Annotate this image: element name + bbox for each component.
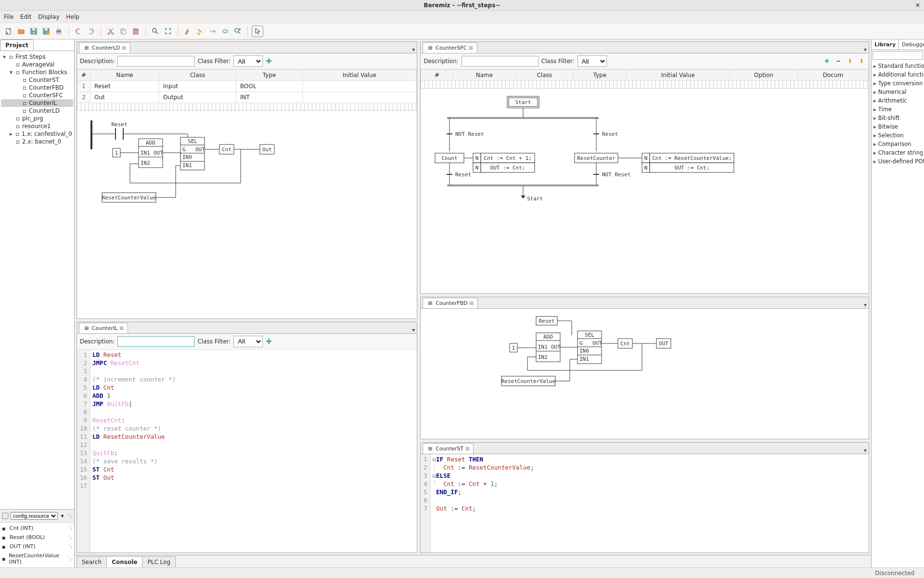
tab-search[interactable]: Search	[77, 556, 107, 567]
down-button[interactable]: ⬇	[857, 57, 866, 66]
cursor-button[interactable]	[252, 26, 263, 37]
tree-item-2-x--bacnet-0[interactable]: ▫2.x: bacnet_0	[1, 138, 73, 145]
sfc-diagram[interactable]: Start NOT Reset Count N	[421, 81, 869, 293]
library-item[interactable]: ▸User-defined POU	[872, 157, 924, 166]
variable-table-sfc[interactable]: #NameClassTypeInitial ValueOptionDocum	[421, 69, 869, 81]
ld-diagram[interactable]: Reset 1 ADD IN1	[77, 103, 417, 318]
transfer-button[interactable]	[207, 26, 218, 37]
tree-item-function-blocks[interactable]: ▾▫Function Blocks	[1, 68, 73, 76]
var-item[interactable]: ▪Cnt (INT)ᵔᵥ	[0, 524, 74, 533]
up-button[interactable]: ⬆	[846, 57, 854, 66]
class-filter-select[interactable]: All	[233, 336, 263, 347]
library-item[interactable]: ▸Character string	[872, 148, 924, 157]
tab-counterld[interactable]: ⊞ CounterLD ⊠	[79, 42, 130, 53]
open-button[interactable]	[15, 26, 27, 37]
menu-display[interactable]: Display	[38, 13, 59, 20]
tab-counterst[interactable]: ⊞ CounterST ⊠	[423, 443, 474, 454]
var-panel-dropdown[interactable]: ▾	[60, 512, 65, 520]
tree-item-counterfbd[interactable]: ▫CounterFBD	[1, 84, 73, 92]
library-item[interactable]: ▸Additional function	[872, 70, 924, 79]
tab-counteril[interactable]: ⊞ CounterIL ⊠	[79, 323, 128, 333]
inspect-button[interactable]	[232, 26, 244, 37]
tab-countersfc[interactable]: ⊞ CounterSFC ⊠	[423, 42, 477, 53]
fbd-diagram[interactable]: Reset 1 ADD IN1 OUT IN2	[421, 309, 869, 439]
window-close-button[interactable]: ✕	[915, 2, 920, 9]
tree-item-counterld[interactable]: ▫CounterLD	[1, 107, 73, 115]
var-item[interactable]: ▪Reset (BOOL)ᵔᵥ	[0, 533, 74, 542]
resource-selector[interactable]: config.resource	[11, 512, 58, 520]
tree-item-averageval[interactable]: ▫AverageVal	[1, 61, 73, 68]
save-button[interactable]	[28, 26, 39, 37]
library-item[interactable]: ▸Selection	[872, 131, 924, 140]
tree-item-resource1[interactable]: ▫resource1	[1, 122, 73, 130]
variable-table[interactable]: #NameClassTypeInitial Value 1ResetInputB…	[77, 69, 417, 103]
paste-button[interactable]	[130, 26, 141, 37]
menu-file[interactable]: File	[4, 13, 13, 20]
svg-text:G: G	[579, 340, 583, 346]
svg-text:N: N	[644, 165, 648, 171]
st-code-editor[interactable]: 1234567 ⊟IF Reset THEN │ Cnt := ResetCou…	[421, 454, 869, 552]
tab-counterfbd[interactable]: ⊞ CounterFBD ⊠	[423, 298, 478, 308]
class-filter-select[interactable]: All	[233, 55, 263, 67]
tab-debugger[interactable]: Debugger	[899, 39, 924, 50]
tab-menu-dropdown[interactable]: ▾	[864, 447, 867, 454]
tab-console[interactable]: Console	[106, 556, 142, 567]
library-item[interactable]: ▸Time	[872, 105, 924, 114]
library-item[interactable]: ▸Type conversion	[872, 79, 924, 88]
description-input[interactable]	[117, 336, 194, 347]
tab-plclog[interactable]: PLC Log	[142, 556, 176, 567]
tab-menu-dropdown[interactable]: ▾	[412, 46, 415, 53]
search-icon[interactable]	[150, 26, 161, 37]
fullscreen-button[interactable]	[162, 26, 174, 37]
tab-library[interactable]: Library	[872, 39, 899, 50]
menu-help[interactable]: Help	[66, 13, 79, 20]
redo-button[interactable]	[85, 26, 97, 37]
add-button[interactable]: ✚	[822, 57, 831, 66]
var-item[interactable]: ▪ResetCounterValue (INT)ᵔᵥ	[0, 551, 74, 566]
remove-button[interactable]: ━	[834, 57, 843, 66]
project-tree[interactable]: ▾▫First Steps▫AverageVal▾▫Function Block…	[0, 51, 74, 509]
menu-edit[interactable]: Edit	[20, 13, 31, 20]
clean-button[interactable]	[194, 26, 206, 37]
library-item[interactable]: ▸Arithmetic	[872, 96, 924, 105]
library-item[interactable]: ▸Numerical	[872, 88, 924, 96]
tree-item-1-x--canfestival-0[interactable]: ▸▫1.x: canfestival_0	[1, 130, 73, 138]
svg-text:Cnt := Cnt + 1;: Cnt := Cnt + 1;	[484, 155, 532, 161]
var-item[interactable]: ▪OUT (INT)ᵔᵥ	[0, 542, 74, 551]
new-button[interactable]	[3, 26, 14, 37]
var-panel-debug[interactable]: ᵔᵥ	[67, 512, 72, 520]
description-input[interactable]	[462, 56, 539, 66]
close-tab-counteril[interactable]: ⊠	[119, 326, 123, 331]
close-tab-counterfbd[interactable]: ⊠	[470, 301, 474, 306]
build-button[interactable]	[182, 26, 193, 37]
print-button[interactable]	[53, 26, 64, 37]
close-tab-counterld[interactable]: ⊠	[122, 45, 126, 51]
tab-menu-dropdown[interactable]: ▾	[412, 327, 415, 333]
tree-item-counteril[interactable]: ▫CounterIL	[1, 99, 73, 107]
library-item[interactable]: ▸Comparison	[872, 140, 924, 148]
undo-button[interactable]	[73, 26, 84, 37]
tree-item-countersfc[interactable]: ▫CounterSFC	[1, 92, 73, 99]
add-variable-button[interactable]: ✚	[266, 337, 274, 346]
editor-counterld: ⊞ CounterLD ⊠ ▾ Description: Class Filte…	[77, 41, 417, 319]
library-item[interactable]: ▸Bit-shift	[872, 114, 924, 122]
class-filter-select[interactable]: All	[578, 55, 607, 67]
connect-button[interactable]	[219, 26, 231, 37]
tree-item-counterst[interactable]: ▫CounterST	[1, 76, 73, 84]
description-input[interactable]	[117, 56, 194, 66]
tree-item-first-steps[interactable]: ▾▫First Steps	[1, 53, 73, 61]
saveas-button[interactable]	[40, 26, 52, 37]
library-item[interactable]: ▸Standard function	[872, 62, 924, 70]
il-code-editor[interactable]: 1234567891011121314151617 LD Reset JMPC …	[77, 350, 417, 552]
library-item[interactable]: ▸Bitwise	[872, 122, 924, 131]
library-search-input[interactable]	[873, 51, 923, 60]
close-tab-countersfc[interactable]: ⊠	[469, 45, 473, 51]
close-tab-counterst[interactable]: ⊠	[465, 446, 469, 451]
add-variable-button[interactable]: ✚	[266, 57, 274, 66]
tab-menu-dropdown[interactable]: ▾	[864, 46, 867, 53]
project-tab[interactable]: Project	[0, 39, 34, 51]
copy-button[interactable]	[117, 26, 129, 37]
tree-item-plc-prg[interactable]: ▫plc_prg	[1, 115, 73, 122]
tab-menu-dropdown[interactable]: ▾	[864, 302, 867, 308]
cut-button[interactable]	[105, 26, 116, 37]
